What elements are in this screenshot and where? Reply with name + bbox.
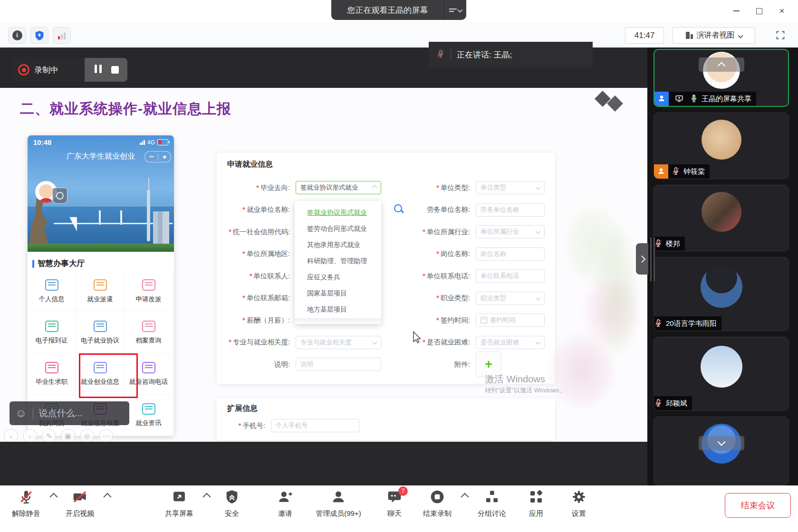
watermark-logo	[597, 93, 635, 114]
field-select[interactable]: 是否就业困难	[476, 336, 545, 349]
annotate-pen-button[interactable]: ✎	[42, 429, 56, 442]
chevron-up-icon	[717, 62, 725, 70]
phone-grid-item[interactable]: 就业资讯	[125, 395, 173, 436]
expand-down-button[interactable]	[699, 436, 744, 450]
field-input[interactable]: 劳务单位名称	[476, 203, 545, 217]
minimize-button[interactable]	[728, 4, 744, 18]
dropdown-option[interactable]: 签就业协议形式就业	[295, 204, 381, 220]
service-icon	[94, 321, 107, 332]
annotation-toolbar: ‹›✎▣◎⋯	[4, 429, 113, 442]
field-label-text: 单位联系电话:	[427, 272, 470, 280]
dropdown-option[interactable]: 国家基层项目	[295, 285, 381, 301]
meeting-info-button[interactable]: i	[8, 27, 26, 44]
fullscreen-button[interactable]	[772, 28, 788, 42]
mouse-cursor	[413, 331, 422, 345]
more-button[interactable]: ⋯	[99, 429, 113, 442]
dropdown-option[interactable]: 其他录用形式就业	[295, 237, 381, 253]
field-label-text: 附件:	[454, 361, 470, 368]
signal-bars-icon	[58, 32, 66, 39]
participant-tile[interactable]: 王晶的屏幕共享	[654, 49, 789, 107]
participant-tile[interactable]: 邱颖斌	[654, 337, 789, 411]
activate-windows-text: 激活 Windows	[485, 373, 545, 386]
next-arrow-button[interactable]: ›	[23, 429, 37, 442]
field-select[interactable]: 专业与就业相关度	[296, 336, 381, 349]
toolbar-item-invite-user[interactable]: 邀请	[254, 489, 316, 518]
pause-recording-button[interactable]	[93, 65, 103, 75]
phone-grid-item[interactable]: 电子就业协议	[76, 312, 125, 353]
field-label: *岗位名称:	[374, 249, 473, 258]
network-quality-button[interactable]	[53, 27, 71, 44]
stop-recording-button[interactable]	[111, 66, 119, 74]
toolbar-item-stop-recording[interactable]: 结束录制	[406, 489, 468, 518]
dropdown-option[interactable]: 地方基层项目	[295, 301, 381, 317]
participant-tile[interactable]: 楼邦	[654, 185, 789, 251]
clipped-option	[295, 318, 381, 324]
sidebar-resize-grip[interactable]	[650, 238, 652, 281]
field-label-text: 就业单位名称:	[247, 206, 290, 213]
toolbar-item-security-shield[interactable]: 安全	[201, 489, 263, 518]
participant-tile[interactable]	[654, 417, 789, 485]
close-button[interactable]: ×	[774, 4, 790, 18]
maximize-button[interactable]	[751, 4, 767, 18]
avatar	[701, 266, 742, 308]
pages-button[interactable]: ▣	[61, 429, 75, 442]
field-input[interactable]: 说明	[296, 358, 381, 371]
miniprogram-capsule[interactable]: ••• ◉	[144, 151, 171, 162]
field-select[interactable]: 单位所属行业	[476, 225, 545, 238]
toolbar-item-mic-muted[interactable]: 解除静音	[0, 489, 57, 518]
search-icon[interactable]	[394, 204, 404, 214]
phone-grid-item[interactable]: 电子报到证	[28, 312, 76, 353]
phone-grid-item[interactable]: 个人信息	[28, 271, 76, 312]
toolbar-item-label: 共享屏幕	[165, 509, 193, 518]
dropdown-option[interactable]: 科研助理、管理助理	[295, 253, 381, 269]
phone-header: 10:48 4G 广东大学生就业创业 ••• ◉	[28, 135, 174, 252]
view-mode-button[interactable]: 演讲者视图	[673, 27, 755, 44]
phone-signal-icon	[140, 140, 145, 145]
prev-arrow-button[interactable]: ‹	[4, 429, 18, 442]
phone-grid-item[interactable]: 毕业生求职	[28, 353, 76, 395]
field-select[interactable]: 职业类型	[476, 292, 545, 305]
sidebar-resize-grip[interactable]	[654, 238, 655, 281]
service-icon	[142, 279, 155, 291]
field-label: 附件:	[374, 360, 473, 369]
chevron-down-icon	[717, 438, 725, 446]
chat-placeholder: 说点什么...	[39, 407, 83, 419]
field-input[interactable]: 单位联系电话	[476, 269, 545, 283]
field-label: *单位所属地区:	[217, 249, 293, 258]
graduation-destination-select[interactable]: 签就业协议形式就业	[296, 181, 381, 194]
field-label: *单位联系邮箱:	[217, 294, 293, 303]
health-shield-button[interactable]	[30, 27, 48, 44]
dropdown-option[interactable]: 应征义务兵	[295, 269, 381, 285]
field-label-text: 统一社会信用代码:	[233, 228, 290, 236]
expand-up-button[interactable]	[699, 57, 744, 72]
form-row: *单位所属地区:	[217, 247, 293, 261]
phone-grid-item[interactable]: 档案查询	[125, 312, 173, 353]
divider	[451, 48, 451, 61]
phone-grid-item[interactable]: 就业派遣	[76, 271, 125, 312]
participant-name: 邱颖斌	[666, 399, 687, 408]
field-label-text: 签约时间:	[441, 316, 470, 324]
field-input[interactable]: 岗位名称	[476, 247, 545, 261]
end-meeting-button[interactable]: 结束会议	[725, 493, 791, 518]
banner-menu-button[interactable]	[444, 0, 466, 20]
watching-banner-text: 您正在观看王晶的屏幕	[331, 5, 444, 16]
dropdown-option[interactable]: 签劳动合同形式就业	[295, 220, 381, 237]
participant-tile[interactable]: 20语言学韦雨阳	[654, 257, 789, 331]
toolbar-item-label: 邀请	[278, 509, 292, 518]
toolbar-item-settings-gear[interactable]: 设置	[548, 489, 610, 518]
required-asterisk: *	[436, 316, 439, 324]
participant-namebar: 20语言学韦雨阳	[654, 316, 721, 331]
phone-number-field[interactable]: 个人手机号	[271, 419, 359, 432]
sidebar-collapse-handle[interactable]	[636, 243, 648, 275]
field-label: *单位联系人:	[217, 272, 293, 281]
magnifier-button[interactable]: ◎	[80, 429, 94, 442]
field-select[interactable]: 单位类型	[476, 181, 545, 194]
participant-tile[interactable]: 钟筱棠	[654, 113, 789, 179]
phone-grid-item[interactable]: 申请改派	[125, 271, 173, 312]
toolbar-item-members[interactable]: 管理成员(99+)	[308, 489, 369, 518]
date-field[interactable]: 签约时间	[476, 314, 545, 327]
toolbar-item-camera-off[interactable]: 开启视频	[49, 489, 111, 518]
chat-input-overlay[interactable]: ☺ 说点什么...	[10, 401, 129, 425]
service-label: 毕业生求职	[36, 378, 68, 386]
field-placeholder: 专业与就业相关度	[300, 338, 352, 347]
